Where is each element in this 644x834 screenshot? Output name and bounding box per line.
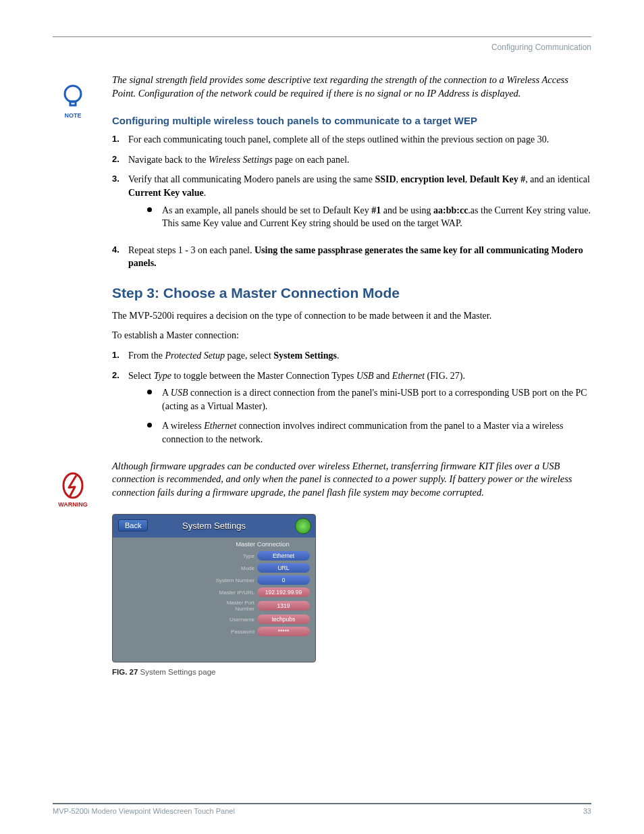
- note-label: NOTE: [53, 112, 93, 119]
- settings-value[interactable]: *****: [257, 627, 310, 636]
- svg-rect-1: [70, 101, 76, 105]
- settings-row: Master Port Number1319: [215, 600, 310, 612]
- settings-row: Password*****: [215, 627, 310, 636]
- list-body: Navigate back to the Wireless Settings p…: [128, 153, 591, 167]
- svg-point-0: [65, 86, 81, 102]
- step3-heading: Step 3: Choose a Master Connection Mode: [112, 285, 591, 301]
- footer-title: MVP-5200i Modero Viewpoint Widescreen To…: [53, 807, 235, 815]
- settings-row: ModeURL: [215, 563, 310, 573]
- settings-value[interactable]: techpubs: [257, 615, 310, 624]
- warning-icon: WARNING: [53, 471, 93, 508]
- settings-value[interactable]: 0: [257, 575, 310, 585]
- settings-value[interactable]: 192.192.99.99: [257, 588, 310, 597]
- list-body: From the Protected Setup page, select Sy…: [128, 349, 591, 363]
- figure-caption: FIG. 27 System Settings page: [112, 668, 591, 676]
- settings-label: System Number: [215, 577, 257, 583]
- bullet-item: A USB connection is a direct connection …: [147, 386, 591, 413]
- warning-text: Although firmware upgrades can be conduc…: [53, 460, 591, 500]
- list-number: 3.: [112, 173, 128, 236]
- settings-label: Type: [215, 553, 257, 559]
- note-text: The signal strength field provides some …: [112, 74, 591, 100]
- settings-label: Master Port Number: [215, 600, 257, 612]
- settings-value[interactable]: URL: [257, 563, 310, 573]
- list-number: 1.: [112, 133, 128, 147]
- page-number: 33: [583, 807, 591, 815]
- list-body: For each communicating touch panel, comp…: [128, 133, 591, 147]
- status-badge-icon: [295, 518, 311, 534]
- settings-row: Master IP/URL192.192.99.99: [215, 588, 310, 597]
- subsection-heading: Configuring multiple wireless touch pane…: [112, 115, 591, 126]
- section-header: Master Connection: [215, 540, 310, 548]
- system-settings-screenshot: Back System Settings Master Connection T…: [112, 514, 316, 662]
- list-number: 1.: [112, 349, 128, 363]
- bullet-item: A wireless Ethernet connection involves …: [147, 419, 591, 446]
- list-body: Repeat steps 1 - 3 on each panel. Using …: [128, 244, 591, 270]
- settings-label: Master IP/URL: [215, 590, 257, 596]
- settings-row: System Number0: [215, 575, 310, 585]
- screenshot-title: System Settings: [113, 521, 315, 531]
- warning-label: WARNING: [53, 501, 93, 508]
- list-body: Verify that all communicating Modero pan…: [128, 173, 591, 236]
- list-number: 4.: [112, 244, 128, 270]
- settings-row: TypeEthernet: [215, 551, 310, 561]
- master-steps-list: 1. From the Protected Setup page, select…: [112, 349, 591, 453]
- settings-row: Usernametechpubs: [215, 615, 310, 624]
- svg-point-2: [63, 473, 82, 498]
- step3-intro: The MVP-5200i requires a decision on the…: [112, 309, 591, 323]
- list-body: Select Type to toggle between the Master…: [128, 369, 591, 453]
- settings-label: Mode: [215, 565, 257, 571]
- header-section: Configuring Communication: [53, 43, 591, 52]
- page-footer: MVP-5200i Modero Viewpoint Widescreen To…: [53, 803, 591, 815]
- wep-steps-list: 1. For each communicating touch panel, c…: [112, 133, 591, 270]
- list-number: 2.: [112, 153, 128, 167]
- bullet-item: As an example, all panels should be set …: [147, 204, 591, 230]
- settings-label: Password: [215, 629, 257, 635]
- settings-value[interactable]: Ethernet: [257, 551, 310, 561]
- note-icon: NOTE: [53, 82, 93, 119]
- settings-value[interactable]: 1319: [257, 601, 310, 610]
- settings-label: Username: [215, 617, 257, 623]
- step3-lead: To establish a Master connection:: [112, 329, 591, 342]
- list-number: 2.: [112, 369, 128, 453]
